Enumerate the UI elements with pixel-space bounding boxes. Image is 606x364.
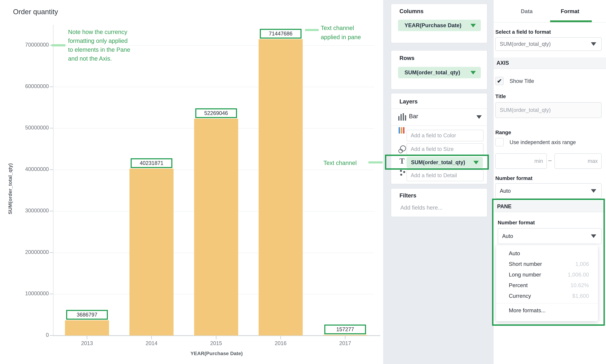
menu-item-currency[interactable]: Currency $1,600	[496, 291, 598, 301]
rows-card: Rows SUM(order_total_qty)	[391, 50, 487, 90]
axis-title-label: Title	[495, 93, 506, 99]
detail-channel-field[interactable]: Add a field to Detail	[407, 170, 483, 181]
pane-number-format-select[interactable]: Auto	[498, 228, 602, 244]
y-axis-tick	[50, 86, 53, 87]
pane-number-format-label: Number format	[498, 220, 535, 225]
x-axis-tick	[151, 336, 152, 339]
range-label: Range	[495, 130, 511, 135]
rows-field-pill[interactable]: SUM(order_total_qty)	[398, 67, 481, 78]
detail-channel-icon	[398, 169, 407, 177]
annotation-text-channel-pane: Text channel applied in pane	[321, 23, 361, 42]
size-channel-icon	[397, 145, 407, 154]
color-channel-field[interactable]: Add a field to Color	[407, 130, 483, 141]
x-axis-title: YEAR(Purchase Date)	[54, 351, 379, 356]
axis-title-input[interactable]	[496, 107, 601, 113]
y-axis-tick-label: 10000000	[6, 290, 49, 297]
chevron-down-icon[interactable]	[473, 161, 479, 164]
axis-number-format-value: Auto	[496, 188, 511, 194]
range-min-wrap	[495, 153, 547, 169]
range-max-input[interactable]	[555, 158, 601, 164]
x-axis-tick-label: 2016	[259, 340, 303, 346]
y-axis-tick-label: 60000000	[6, 83, 49, 90]
active-tab-underline	[550, 20, 592, 22]
axis-highlight-mark	[52, 44, 65, 46]
y-axis-tick	[50, 294, 53, 294]
chevron-down-icon	[591, 189, 596, 193]
independent-range-label: Use independent axis range	[510, 139, 576, 145]
filters-card: Filters Add fields here...	[391, 188, 487, 217]
annotation-note: Note how the currency formatting only ap…	[68, 27, 130, 63]
bar[interactable]	[323, 335, 367, 336]
bar-value-label: 40231871	[131, 158, 172, 168]
columns-card: Columns YEAR(Purchase Date)	[391, 4, 487, 43]
bar-value-label: 52269046	[195, 108, 237, 118]
show-title-label: Show Title	[510, 78, 534, 84]
bar[interactable]	[129, 169, 174, 336]
app-window: Order quantity SUM(order_total_qty) YEAR…	[0, 0, 606, 364]
menu-item-percent[interactable]: Percent 10.62%	[496, 280, 598, 291]
layer-row-bar[interactable]: Bar	[391, 109, 487, 125]
x-axis-tick-label: 2015	[194, 340, 238, 346]
select-field-label: Select a field to format	[495, 29, 551, 35]
y-axis-tick-label: 0	[6, 332, 49, 338]
rows-field-label: SUM(order_total_qty)	[398, 69, 460, 76]
y-axis-tick-label: 70000000	[6, 42, 49, 48]
columns-field-label: YEAR(Purchase Date)	[398, 22, 461, 28]
columns-header: Columns	[399, 8, 424, 14]
axis-section-header: AXIS	[494, 57, 606, 69]
y-axis-tick	[50, 128, 53, 129]
menu-item-short-number[interactable]: Short number 1,006	[496, 259, 598, 269]
bar-value-label: 157277	[324, 325, 366, 334]
pane-number-format-value: Auto	[498, 233, 513, 239]
checkmark-icon: ✔	[497, 78, 502, 84]
tab-data[interactable]: Data	[521, 8, 533, 14]
menu-item-more-formats[interactable]: More formats...	[496, 305, 598, 316]
x-axis-tick-label: 2014	[129, 340, 174, 346]
y-axis-title: SUM(order_total_qty)	[7, 144, 13, 233]
text-channel-pill[interactable]: SUM(order_total_qty)	[407, 157, 483, 168]
chevron-down-icon[interactable]	[470, 24, 476, 27]
bar-value-label: 3686797	[66, 310, 108, 320]
menu-item-long-number[interactable]: Long number 1,006.00	[496, 269, 598, 280]
filters-header: Filters	[399, 192, 416, 199]
grid-line	[54, 87, 375, 87]
tab-format[interactable]: Format	[561, 8, 579, 14]
text-channel-icon: T	[399, 157, 405, 165]
annotation-connector-top	[305, 29, 319, 31]
chevron-down-icon[interactable]	[470, 71, 476, 75]
chevron-down-icon	[591, 234, 596, 238]
range-min-input[interactable]	[496, 158, 547, 164]
layers-card: Layers Bar Add a field to Color	[391, 93, 487, 184]
range-max-wrap	[554, 153, 602, 169]
chevron-down-icon	[591, 42, 596, 46]
bar[interactable]	[65, 320, 109, 336]
x-axis-tick	[87, 336, 87, 339]
text-channel-label: SUM(order_total_qty)	[407, 159, 465, 166]
axis-number-format-select[interactable]: Auto	[495, 183, 602, 199]
columns-field-pill[interactable]: YEAR(Purchase Date)	[398, 20, 481, 31]
x-axis-tick	[280, 336, 281, 339]
pane-section-header: PANE	[494, 201, 604, 212]
axis-title-input-wrap	[495, 102, 602, 118]
axis-number-format-label: Number format	[495, 175, 533, 181]
filters-placeholder: Add fields here...	[400, 205, 442, 211]
layer-type-label: Bar	[409, 113, 418, 119]
annotation-text-channel: Text channel	[323, 160, 366, 166]
bar-value-label: 71447686	[260, 29, 302, 39]
show-title-checkbox[interactable]: ✔	[495, 77, 504, 85]
size-channel-field[interactable]: Add a field to Size	[407, 143, 483, 155]
chevron-down-icon[interactable]	[476, 115, 482, 119]
independent-range-checkbox[interactable]	[495, 138, 504, 146]
menu-item-auto[interactable]: Auto	[496, 248, 598, 259]
divider	[391, 126, 487, 126]
range-dash: –	[548, 157, 551, 164]
y-axis-tick-label: 30000000	[6, 208, 49, 214]
y-axis-tick	[50, 169, 53, 170]
bar[interactable]	[194, 119, 238, 336]
layers-header: Layers	[399, 98, 418, 105]
y-axis-tick	[50, 211, 53, 211]
detail-channel-placeholder: Add a field to Detail	[407, 172, 457, 179]
field-select[interactable]: SUM(order_total_qty)	[495, 37, 602, 51]
x-axis-tick	[216, 336, 217, 339]
bar[interactable]	[259, 39, 303, 336]
